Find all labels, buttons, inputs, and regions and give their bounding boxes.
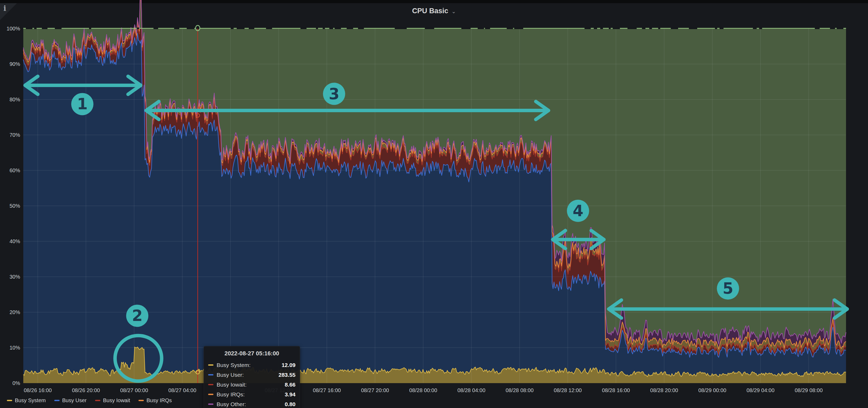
legend-swatch bbox=[7, 400, 12, 401]
tooltip-row: Busy System:12.09 bbox=[208, 360, 296, 370]
y-axis-label: 20% bbox=[0, 309, 20, 316]
svg-text:3: 3 bbox=[329, 85, 339, 103]
legend-item-busy-irqs[interactable]: Busy IRQs bbox=[138, 398, 172, 404]
y-axis-label: 0% bbox=[0, 380, 20, 386]
x-axis-label: 08/28 12:00 bbox=[541, 387, 594, 394]
y-axis-label: 100% bbox=[0, 25, 20, 32]
tooltip-series-value: 12.09 bbox=[281, 362, 296, 368]
tooltip-row: Busy Other:0.80 bbox=[208, 399, 296, 408]
tooltip-row: Busy Iowait:8.66 bbox=[208, 380, 296, 389]
tooltip-series-label: Busy System: bbox=[217, 362, 250, 368]
legend-swatch bbox=[138, 400, 144, 401]
tooltip-series-label: Busy Iowait: bbox=[217, 381, 247, 388]
x-axis-label: 08/29 08:00 bbox=[782, 387, 835, 394]
tooltip-swatch bbox=[208, 404, 213, 405]
legend-label: Busy IRQs bbox=[147, 398, 172, 404]
tooltip-series-label: Busy Other: bbox=[217, 401, 246, 407]
cpu-chart[interactable]: 13452 bbox=[0, 0, 868, 408]
x-axis-label: 08/28 08:00 bbox=[493, 387, 546, 394]
x-axis-label: 08/28 00:00 bbox=[397, 387, 450, 394]
legend-swatch bbox=[95, 400, 100, 401]
svg-text:2: 2 bbox=[132, 307, 143, 325]
x-axis-label: 08/28 20:00 bbox=[638, 387, 690, 394]
y-axis-label: 60% bbox=[0, 167, 20, 174]
tooltip-series-label: Busy User: bbox=[217, 372, 244, 378]
x-axis-label: 08/27 04:00 bbox=[156, 387, 209, 394]
x-axis-label: 08/26 20:00 bbox=[60, 387, 113, 394]
legend-label: Busy User bbox=[62, 398, 87, 404]
tooltip-swatch bbox=[208, 394, 213, 395]
legend-item-busy-user[interactable]: Busy User bbox=[54, 398, 87, 404]
svg-text:5: 5 bbox=[723, 279, 733, 297]
svg-text:1: 1 bbox=[77, 95, 88, 113]
y-axis-label: 80% bbox=[0, 96, 20, 103]
screenshot: CPU Basic⌄ i 13452 0%10%20%30%40%50%60%7… bbox=[0, 0, 868, 408]
x-axis-label: 08/28 16:00 bbox=[589, 387, 642, 394]
x-axis-label: 08/29 04:00 bbox=[734, 387, 787, 394]
x-axis-label: 08/27 20:00 bbox=[348, 387, 401, 394]
tooltip-timestamp: 2022-08-27 05:16:00 bbox=[208, 350, 296, 357]
legend-label: Busy System bbox=[15, 398, 46, 404]
legend-swatch bbox=[54, 400, 60, 401]
legend-label: Busy Iowait bbox=[103, 398, 130, 404]
x-axis-label: 08/27 16:00 bbox=[300, 387, 353, 394]
tooltip-series-value: 3.94 bbox=[285, 391, 296, 398]
y-axis-label: 10% bbox=[0, 344, 20, 351]
y-axis-label: 40% bbox=[0, 238, 20, 245]
y-axis-label: 90% bbox=[0, 61, 20, 67]
x-axis-label: 08/28 04:00 bbox=[445, 387, 498, 394]
legend-item-busy-system[interactable]: Busy System bbox=[7, 398, 46, 404]
series-fills bbox=[23, 0, 846, 383]
tooltip-row: Busy User:283.55 bbox=[208, 370, 296, 380]
x-axis-label: 08/27 00:00 bbox=[108, 387, 161, 394]
svg-text:4: 4 bbox=[573, 202, 583, 220]
tooltip-series-value: 283.55 bbox=[279, 372, 296, 378]
tooltip-swatch bbox=[208, 364, 213, 366]
x-axis-label: 08/26 16:00 bbox=[11, 387, 64, 394]
tooltip-series-label: Busy IRQs: bbox=[217, 391, 245, 398]
tooltip-series-value: 8.66 bbox=[285, 381, 296, 388]
y-axis-label: 50% bbox=[0, 202, 20, 209]
x-axis-label: 08/29 00:00 bbox=[686, 387, 739, 394]
cpu-basic-panel: CPU Basic⌄ i 13452 0%10%20%30%40%50%60%7… bbox=[0, 0, 868, 408]
y-axis-label: 70% bbox=[0, 132, 20, 138]
tooltip-series-value: 0.80 bbox=[285, 401, 296, 407]
tooltip-row: Busy IRQs:3.94 bbox=[208, 389, 296, 399]
tooltip-swatch bbox=[208, 374, 213, 375]
legend: Busy SystemBusy UserBusy IowaitBusy IRQs bbox=[7, 398, 172, 404]
tooltip-swatch bbox=[208, 384, 213, 385]
tooltip: 2022-08-27 05:16:00 Busy System:12.09Bus… bbox=[204, 346, 300, 408]
y-axis-label: 30% bbox=[0, 273, 20, 280]
legend-item-busy-iowait[interactable]: Busy Iowait bbox=[95, 398, 130, 404]
